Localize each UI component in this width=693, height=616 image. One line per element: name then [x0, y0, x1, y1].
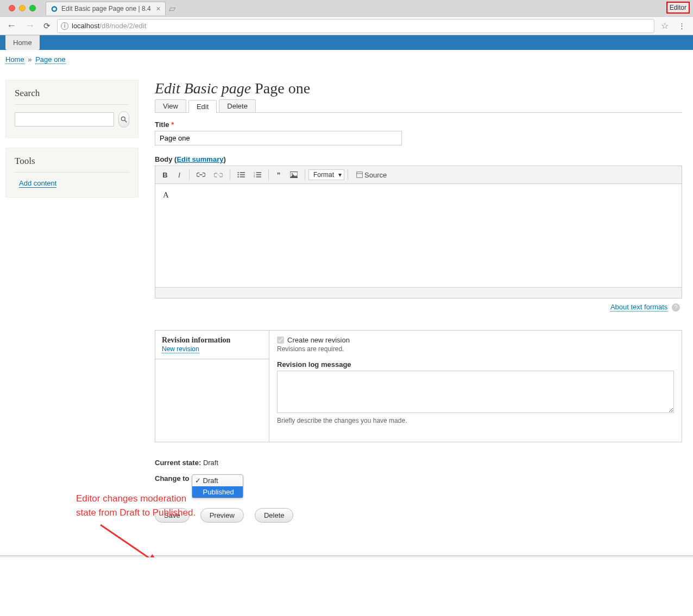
about-text-formats-link[interactable]: About text formats — [610, 303, 668, 312]
vtab-subtitle: New revision — [162, 345, 199, 353]
vertical-tabs-nav: Revision information New revision — [155, 331, 269, 442]
revision-log-label: Revision log message — [277, 360, 674, 369]
page-footer-divider — [0, 555, 693, 557]
tools-block-title: Tools — [15, 156, 129, 173]
window-controls — [4, 5, 40, 11]
create-new-revision-label: Create new revision — [287, 336, 350, 344]
page-title: Edit Basic page Page one — [155, 80, 682, 97]
moderation-state-dropdown[interactable]: Draft Published — [192, 474, 243, 498]
page-title-prefix: Edit Basic page — [155, 80, 251, 97]
toolbar-separator — [348, 169, 348, 180]
current-state-value: Draft — [203, 459, 218, 467]
svg-point-7 — [237, 174, 238, 175]
toolbar-separator — [305, 169, 305, 180]
svg-point-18 — [292, 173, 293, 174]
vertical-tabs-content: Create new revision Revisions are requir… — [269, 331, 682, 442]
vtab-revision-information[interactable]: Revision information New revision — [155, 331, 269, 359]
forward-button-icon: → — [23, 20, 37, 31]
breadcrumb-current[interactable]: Page one — [35, 55, 66, 64]
browser-menu-icon[interactable]: ⋮ — [675, 22, 689, 30]
italic-button[interactable]: I — [173, 168, 186, 181]
breadcrumb-home[interactable]: Home — [5, 55, 24, 64]
revision-log-textarea[interactable] — [277, 371, 674, 413]
tab-view[interactable]: View — [155, 99, 186, 112]
reload-button-icon[interactable]: ⟳ — [41, 21, 53, 31]
bulleted-list-button-icon[interactable] — [234, 168, 249, 181]
moderation-state-section: Current state: Draft Change to Draft Pub… — [155, 459, 682, 498]
address-bar[interactable]: i localhost/d8/node/2/edit — [57, 19, 654, 33]
add-content-link[interactable]: Add content — [19, 179, 56, 188]
close-window-icon[interactable] — [9, 5, 15, 11]
tab-edit[interactable]: Edit — [188, 100, 217, 113]
editor-body[interactable]: A — [155, 184, 682, 287]
preview-button[interactable]: Preview — [200, 508, 244, 523]
current-state-label: Current state: — [155, 459, 201, 467]
edit-summary-link[interactable]: Edit summary — [177, 155, 223, 163]
svg-rect-19 — [357, 172, 363, 178]
search-icon — [120, 116, 128, 123]
breadcrumb: Home » Page one — [0, 50, 693, 63]
delete-button[interactable]: Delete — [255, 508, 294, 523]
rich-text-editor: B I 123 — [155, 166, 682, 299]
toolbar-separator — [230, 169, 230, 180]
save-button[interactable]: Save — [155, 508, 190, 523]
bookmark-star-icon[interactable]: ☆ — [659, 21, 671, 31]
editor-toolbar: B I 123 — [155, 166, 682, 184]
link-button-icon[interactable] — [193, 168, 209, 181]
toolbar-separator — [268, 169, 269, 180]
drupal-favicon-icon — [51, 5, 58, 12]
vtab-title: Revision information — [162, 336, 230, 344]
tab-close-icon[interactable]: × — [156, 4, 161, 13]
new-tab-icon[interactable]: ▱ — [169, 3, 175, 14]
site-info-icon[interactable]: i — [61, 22, 68, 30]
maximize-window-icon[interactable] — [29, 5, 36, 11]
drupal-toolbar: Home — [0, 35, 693, 50]
revision-required-note: Revisions are required. — [277, 345, 674, 353]
editor-extension-badge[interactable]: Editor — [666, 2, 690, 14]
search-input[interactable] — [15, 112, 114, 126]
main-content: Edit Basic page Page one View Edit Delet… — [155, 80, 688, 523]
browser-toolbar: ← → ⟳ i localhost/d8/node/2/edit ☆ ⋮ — [0, 16, 693, 35]
search-block: Search — [5, 80, 138, 138]
back-button-icon[interactable]: ← — [4, 20, 18, 31]
home-toolbar-tab[interactable]: Home — [5, 35, 40, 50]
browser-tab[interactable]: Edit Basic page Page one | 8.4 × — [46, 2, 166, 15]
url-path: /d8/node/2/edit — [99, 22, 146, 30]
url-host: localhost — [72, 22, 99, 30]
primary-tabs: View Edit Delete — [155, 99, 682, 113]
toolbar-separator — [189, 169, 190, 180]
body-label: Body (Edit summary) — [155, 155, 226, 163]
source-button[interactable]: Source — [351, 168, 392, 181]
bold-button[interactable]: B — [159, 168, 172, 181]
search-block-title: Search — [15, 88, 129, 105]
image-button-icon[interactable] — [286, 168, 301, 181]
change-to-label: Change to — [155, 474, 190, 482]
search-submit-button[interactable] — [118, 111, 129, 128]
numbered-list-button-icon[interactable]: 123 — [250, 168, 265, 181]
browser-tab-bar: Edit Basic page Page one | 8.4 × ▱ Edito… — [0, 0, 693, 16]
svg-text:3: 3 — [254, 175, 255, 178]
unlink-button-icon[interactable] — [210, 168, 226, 181]
svg-point-5 — [237, 172, 238, 173]
body-field: Body (Edit summary) B I — [155, 155, 682, 314]
title-input[interactable] — [155, 131, 402, 145]
create-new-revision-checkbox — [277, 336, 284, 344]
svg-point-1 — [53, 7, 56, 10]
revision-panel: Revision information New revision Create… — [155, 330, 682, 442]
help-icon[interactable]: ? — [672, 303, 680, 312]
breadcrumb-separator: » — [28, 55, 32, 63]
browser-chrome: Edit Basic page Page one | 8.4 × ▱ Edito… — [0, 0, 693, 35]
tab-delete[interactable]: Delete — [219, 99, 256, 112]
browser-tab-title: Edit Basic page Page one | 8.4 — [61, 5, 151, 12]
tools-block: Tools Add content — [5, 148, 138, 198]
dropdown-option-draft[interactable]: Draft — [192, 475, 243, 486]
format-dropdown[interactable]: Format ▾ — [308, 169, 344, 180]
dropdown-option-published[interactable]: Published — [192, 486, 243, 498]
title-label: Title * — [155, 120, 682, 129]
minimize-window-icon[interactable] — [19, 5, 26, 11]
revision-log-help: Briefly describe the changes you have ma… — [277, 417, 674, 424]
chevron-down-icon: ▾ — [338, 171, 342, 179]
svg-point-9 — [237, 176, 238, 177]
blockquote-button-icon[interactable]: ” — [272, 168, 285, 181]
form-actions: Save Preview Delete — [155, 508, 682, 523]
